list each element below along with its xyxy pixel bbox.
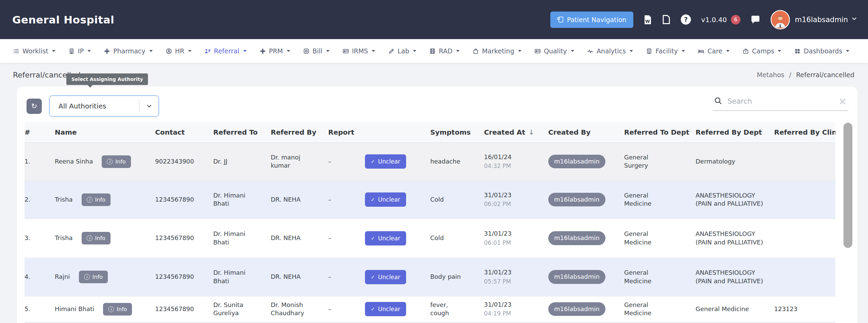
nav-item-bill[interactable]: Bill: [303, 47, 330, 55]
nav-item-care[interactable]: Care: [698, 47, 730, 55]
table-header-row: # Name Contact Referred To Referred By R…: [24, 122, 835, 142]
col-report[interactable]: Report: [328, 122, 430, 142]
user-menu[interactable]: m16labsadmin: [770, 10, 856, 30]
breadcrumb-current: Referral/cancelled: [796, 71, 854, 79]
briefcase-icon: [742, 48, 749, 54]
unclear-button[interactable]: ✓Unclear: [365, 154, 406, 169]
search-bar: ×: [713, 94, 848, 111]
caret-icon: [630, 50, 633, 52]
cell-contact: 1234567890: [155, 219, 213, 258]
cell-report: –: [328, 305, 365, 313]
caret-icon: [682, 50, 685, 52]
caret-icon: [287, 50, 290, 52]
notification-badge[interactable]: 6: [731, 15, 740, 24]
cell-symptoms: Cold: [430, 234, 444, 242]
info-button[interactable]: iInfo: [102, 155, 131, 168]
version-label: v1.0.40: [701, 16, 727, 24]
nav-item-irms[interactable]: IRMS: [343, 47, 375, 55]
cell-referred-to-dept: General Surgery: [624, 153, 672, 170]
caret-icon: [52, 50, 55, 52]
cell-referred-by-clinic: [774, 219, 835, 258]
patient-navigation-button[interactable]: Patient Navigation: [550, 12, 633, 28]
avatar[interactable]: [770, 10, 790, 30]
nav-item-prm[interactable]: PRM: [260, 47, 290, 55]
unclear-button[interactable]: ✓Unclear: [365, 192, 406, 207]
cell-referred-by-clinic: [774, 142, 835, 181]
help-icon[interactable]: ?: [681, 14, 691, 25]
cell-referred-to-dept: General Medicine: [624, 230, 672, 247]
check-icon: ✓: [371, 158, 375, 165]
cell-referred-to: Dr. Himani Bhati: [213, 258, 271, 296]
col-referred-to[interactable]: Referred To: [213, 122, 271, 142]
col-symptoms[interactable]: Symptoms: [430, 122, 484, 142]
info-button[interactable]: iInfo: [82, 193, 111, 206]
cell-referred-by-dept: Dermatology: [696, 142, 774, 181]
unclear-button[interactable]: ✓Unclear: [365, 270, 406, 284]
unclear-button[interactable]: ✓Unclear: [365, 302, 406, 316]
col-contact[interactable]: Contact: [155, 122, 213, 142]
col-referred-by-dept[interactable]: Referred By Dept: [696, 122, 774, 142]
breadcrumb-root[interactable]: Metahos: [757, 71, 784, 79]
cell-referred-by: Dr. Monish Chaudhary: [271, 296, 328, 322]
cell-created-time: 05:57 PM: [484, 278, 540, 286]
cell-referred-by-dept: ANAESTHESIOLOGY (PAIN and PALLIATIVE): [696, 258, 774, 296]
person-list-icon: [204, 48, 211, 54]
search-input[interactable]: [728, 97, 833, 105]
col-created-at[interactable]: Created At↓: [484, 122, 548, 142]
chat-icon[interactable]: [751, 15, 760, 24]
app-title: General Hospital: [12, 14, 114, 26]
cell-created-time: 06:01 PM: [484, 239, 540, 247]
nav-item-marketing[interactable]: Marketing: [472, 47, 521, 55]
caret-icon: [188, 50, 191, 52]
nav-item-hr[interactable]: HR: [166, 47, 192, 55]
sort-desc-icon[interactable]: ↓: [529, 128, 534, 136]
nav-item-dashboards[interactable]: Dashboards: [794, 47, 849, 55]
col-referred-by[interactable]: Referred By: [271, 122, 328, 142]
cell-created-time: 04:19 PM: [484, 310, 540, 318]
table-row: 4. Rajni iInfo 1234567890 Dr. Himani Bha…: [24, 258, 835, 296]
cell-referred-to-dept: General Medicine: [624, 269, 672, 285]
caret-icon: [326, 50, 330, 52]
caret-icon: [149, 50, 153, 52]
col-referred-by-clinic[interactable]: Referred By Clinic: [774, 122, 835, 142]
nav-item-worklist[interactable]: Worklist: [13, 47, 55, 55]
nav-item-lab[interactable]: Lab: [388, 47, 416, 55]
nav-item-referral[interactable]: Referral: [204, 47, 247, 55]
main-nav: Worklist IP Pharmacy HR Referral PRM Bil…: [0, 39, 868, 63]
nav-item-analytics[interactable]: Analytics: [587, 47, 633, 55]
nav-item-quality[interactable]: Quality: [534, 47, 574, 55]
version-group: v1.0.40 6: [701, 15, 740, 24]
info-button[interactable]: iInfo: [103, 303, 132, 316]
caret-icon: [846, 50, 849, 52]
nav-item-rad[interactable]: RAD: [429, 47, 460, 55]
word-document-icon[interactable]: W: [644, 15, 652, 25]
file-icon[interactable]: [662, 15, 670, 24]
clear-search-icon[interactable]: ×: [838, 96, 847, 106]
col-referred-to-dept[interactable]: Referred To Dept: [624, 122, 696, 142]
patient-navigation-label: Patient Navigation: [567, 16, 627, 23]
created-by-badge: m16labsadmin: [548, 155, 605, 168]
cell-report: –: [328, 196, 365, 204]
caret-icon: [778, 50, 781, 52]
info-button[interactable]: iInfo: [82, 232, 111, 244]
nav-item-camps[interactable]: Camps: [742, 47, 781, 55]
refresh-icon: ↻: [31, 102, 37, 110]
cell-referred-by-dept: General Medicine: [696, 296, 774, 322]
cell-referred-by: DR. NEHA: [271, 258, 328, 296]
cell-referred-by: DR. NEHA: [271, 219, 328, 258]
col-index[interactable]: #: [24, 122, 55, 142]
assigning-authority-select[interactable]: All Authorities: [49, 96, 159, 117]
cell-name: Reena Sinha: [55, 157, 93, 166]
nav-item-facility[interactable]: Facility: [646, 47, 685, 55]
table-row: 2. Trisha iInfo 1234567890 Dr. Himani Bh…: [24, 181, 835, 219]
nav-item-ip[interactable]: IP: [68, 47, 91, 55]
nav-item-pharmacy[interactable]: Pharmacy: [104, 47, 152, 55]
info-button[interactable]: iInfo: [79, 271, 108, 283]
bag-icon: [472, 48, 479, 54]
col-created-by[interactable]: Created By: [548, 122, 624, 142]
table-scrollbar[interactable]: [844, 123, 852, 248]
caret-icon: [456, 50, 460, 52]
refresh-button[interactable]: ↻: [27, 99, 42, 114]
unclear-button[interactable]: ✓Unclear: [365, 231, 406, 245]
col-name[interactable]: Name: [55, 122, 155, 142]
